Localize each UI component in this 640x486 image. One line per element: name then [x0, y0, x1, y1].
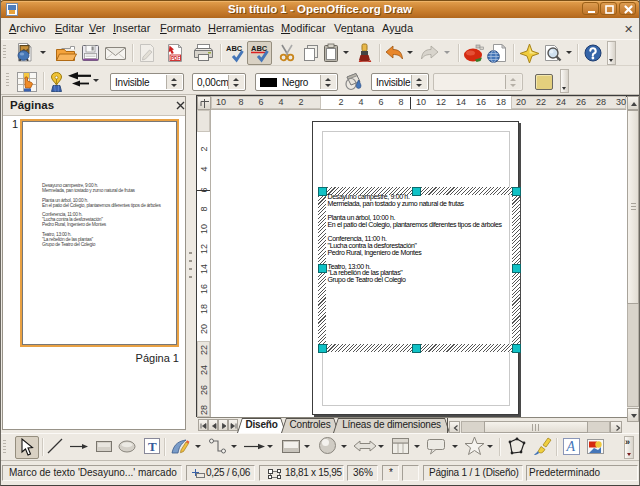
- svg-text:PDF: PDF: [171, 56, 180, 61]
- svg-text:T: T: [148, 439, 157, 454]
- svg-text:A: A: [566, 439, 576, 454]
